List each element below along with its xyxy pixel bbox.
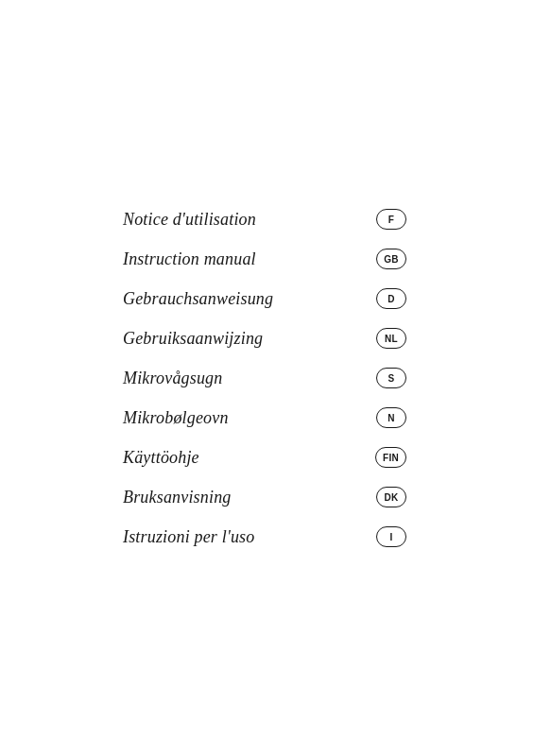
manual-item-label: Gebruiksaanwijzing (123, 329, 263, 349)
manual-item-label: Mikrobølgeovn (123, 408, 229, 428)
manual-item: BruksanvisningDK (123, 477, 406, 517)
manual-item: GebruiksaanwijzingNL (123, 318, 406, 358)
manual-item: Instruction manualGB (123, 239, 406, 279)
manual-item-label: Notice d'utilisation (123, 210, 256, 230)
manual-item: MikrobølgeovnN (123, 398, 406, 438)
manual-item: MikrovågsugnS (123, 358, 406, 398)
manual-item-label: Käyttöohje (123, 448, 199, 468)
manual-item-badge: I (376, 526, 406, 547)
manual-item-badge: N (376, 407, 406, 428)
manual-item-label: Bruksanvisning (123, 488, 232, 507)
manual-item: Istruzioni per l'usoI (123, 517, 406, 557)
manual-item: GebrauchsanweisungD (123, 279, 406, 318)
manual-list: Notice d'utilisationFInstruction manualG… (123, 199, 406, 557)
manual-item-badge: D (376, 288, 406, 309)
manual-item-badge: F (376, 209, 406, 230)
manual-item-label: Instruction manual (123, 249, 256, 269)
manual-item-label: Istruzioni per l'uso (123, 527, 254, 547)
manual-item: KäyttöohjeFIN (123, 438, 406, 477)
manual-item: Notice d'utilisationF (123, 199, 406, 239)
manual-item-badge: DK (376, 487, 406, 507)
manual-item-badge: S (376, 368, 406, 388)
manual-item-label: Mikrovågsugn (123, 369, 222, 388)
manual-item-label: Gebrauchsanweisung (123, 289, 273, 309)
page: Notice d'utilisationFInstruction manualG… (0, 0, 534, 756)
manual-item-badge: GB (376, 249, 406, 269)
manual-item-badge: NL (376, 328, 406, 349)
manual-item-badge: FIN (375, 447, 406, 468)
